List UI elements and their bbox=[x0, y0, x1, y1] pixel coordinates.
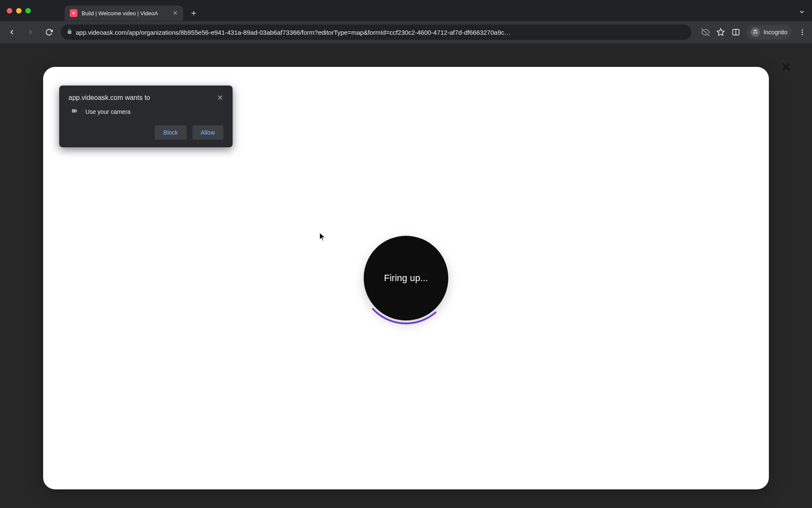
close-panel-button[interactable]: ✕ bbox=[781, 60, 791, 74]
block-button[interactable]: Block bbox=[155, 125, 186, 140]
permission-title: app.videoask.com wants to bbox=[69, 94, 150, 102]
loading-text: Firing up... bbox=[384, 273, 428, 284]
permission-prompt: app.videoask.com wants to ✕ Use your cam… bbox=[59, 86, 233, 147]
tab-title: Build | Welcome video | VideoA bbox=[82, 10, 168, 17]
allow-button[interactable]: Allow bbox=[192, 125, 223, 140]
permission-item: Use your camera bbox=[69, 108, 223, 116]
svg-marker-0 bbox=[717, 29, 724, 36]
reload-button[interactable] bbox=[42, 25, 56, 39]
url-text: app.videoask.com/app/organizations/8b955… bbox=[76, 29, 686, 36]
address-bar[interactable]: app.videoask.com/app/organizations/8b955… bbox=[61, 25, 691, 40]
mouse-cursor bbox=[320, 233, 326, 241]
tab-bar: ▾ Build | Welcome video | VideoA ✕ ＋ bbox=[0, 0, 812, 21]
lock-icon bbox=[67, 29, 72, 36]
back-button[interactable] bbox=[5, 25, 19, 39]
app-viewport: ✕ Firing up... app.videoask.com wants to… bbox=[0, 43, 812, 508]
tab-close-icon[interactable]: ✕ bbox=[173, 9, 178, 17]
permission-actions: Block Allow bbox=[69, 125, 223, 140]
window-controls bbox=[7, 8, 31, 14]
window-minimize-button[interactable] bbox=[16, 8, 22, 14]
kebab-menu-icon[interactable] bbox=[798, 28, 807, 37]
eye-off-icon[interactable] bbox=[701, 28, 710, 37]
camera-icon bbox=[70, 108, 79, 116]
svg-point-5 bbox=[802, 34, 803, 35]
loading-indicator: Firing up... bbox=[359, 232, 453, 325]
browser-tab[interactable]: ▾ Build | Welcome video | VideoA ✕ bbox=[65, 6, 183, 21]
permission-item-text: Use your camera bbox=[85, 108, 131, 115]
window-close-button[interactable] bbox=[7, 8, 12, 14]
svg-point-3 bbox=[802, 29, 803, 30]
star-icon[interactable] bbox=[716, 28, 725, 37]
tabs-dropdown-icon[interactable] bbox=[798, 8, 805, 17]
incognito-icon bbox=[751, 28, 760, 37]
browser-chrome: ▾ Build | Welcome video | VideoA ✕ ＋ app… bbox=[0, 0, 812, 43]
incognito-label: Incognito bbox=[763, 29, 787, 36]
panel-icon[interactable] bbox=[731, 28, 741, 37]
browser-toolbar: app.videoask.com/app/organizations/8b955… bbox=[0, 21, 812, 43]
new-tab-button[interactable]: ＋ bbox=[187, 6, 200, 19]
incognito-badge[interactable]: Incognito bbox=[746, 25, 792, 39]
window-maximize-button[interactable] bbox=[25, 8, 31, 14]
tab-favicon: ▾ bbox=[70, 9, 77, 17]
toolbar-right: Incognito bbox=[701, 25, 807, 39]
svg-point-4 bbox=[802, 32, 803, 33]
forward-button[interactable] bbox=[24, 25, 37, 39]
loading-circle: Firing up... bbox=[364, 236, 448, 320]
permission-close-icon[interactable]: ✕ bbox=[217, 94, 223, 102]
